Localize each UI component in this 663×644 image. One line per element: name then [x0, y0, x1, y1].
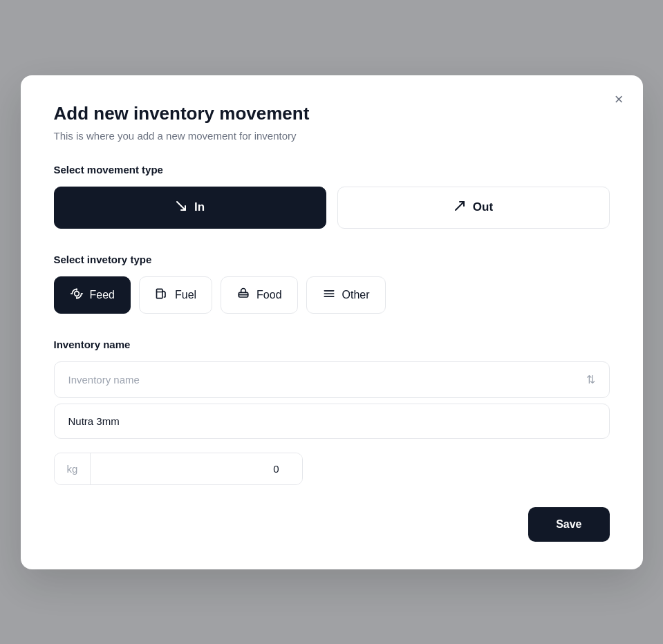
quantity-input-wrap: kg — [54, 453, 303, 485]
inventory-type-label: Select invetory type — [54, 254, 610, 265]
chevron-updown-icon: ⇅ — [586, 373, 595, 386]
food-icon — [236, 287, 250, 303]
inventory-food-button[interactable]: Food — [221, 276, 297, 314]
svg-point-2 — [74, 291, 79, 296]
inventory-feed-label: Feed — [90, 289, 115, 301]
modal-overlay: × Add new inventory movement This is whe… — [0, 0, 663, 644]
inventory-name-section: Inventory name Inventory name ⇅ Nutra 3m… — [54, 339, 610, 439]
fuel-icon — [155, 287, 169, 303]
movement-type-label: Select movement type — [54, 164, 610, 176]
inventory-fuel-button[interactable]: Fuel — [139, 276, 212, 314]
inventory-type-row: Feed Fuel — [54, 276, 610, 314]
feed-icon — [70, 287, 84, 303]
movement-in-button[interactable]: In — [54, 187, 326, 229]
inventory-feed-button[interactable]: Feed — [54, 276, 131, 314]
inventory-other-button[interactable]: Other — [306, 276, 386, 314]
quantity-input[interactable] — [91, 453, 301, 484]
quantity-unit: kg — [55, 453, 91, 484]
inventory-name-placeholder: Inventory name — [68, 374, 140, 386]
modal-title: Add new inventory movement — [54, 103, 610, 124]
svg-rect-3 — [156, 289, 162, 298]
footer-row: Save — [54, 507, 610, 542]
save-button[interactable]: Save — [528, 507, 609, 542]
arrow-up-right-icon — [454, 200, 466, 216]
svg-line-0 — [177, 202, 185, 210]
inventory-name-dropdown[interactable]: Inventory name ⇅ — [54, 361, 610, 398]
movement-type-row: In Out — [54, 187, 610, 229]
movement-out-button[interactable]: Out — [337, 187, 610, 229]
modal-container: × Add new inventory movement This is whe… — [21, 75, 643, 569]
other-icon — [322, 287, 336, 303]
inventory-other-label: Other — [342, 289, 370, 301]
arrow-down-right-icon — [175, 200, 187, 216]
modal-subtitle: This is where you add a new movement for… — [54, 130, 610, 142]
inventory-name-label: Inventory name — [54, 339, 610, 350]
inventory-fuel-label: Fuel — [175, 289, 196, 301]
close-button[interactable]: × — [612, 89, 626, 110]
inventory-food-label: Food — [256, 289, 281, 301]
movement-in-label: In — [194, 200, 205, 214]
dropdown-option-nutra[interactable]: Nutra 3mm — [54, 404, 610, 439]
quantity-row: kg — [54, 453, 610, 485]
svg-line-1 — [456, 202, 464, 210]
movement-out-label: Out — [473, 200, 493, 214]
